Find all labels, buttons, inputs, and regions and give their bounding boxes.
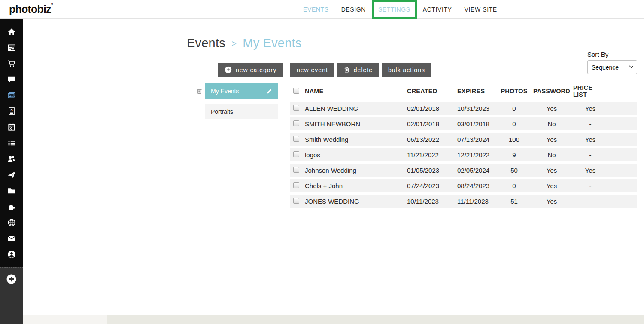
event-price-list: - xyxy=(573,182,608,190)
sidebar-item-account[interactable] xyxy=(7,250,16,259)
sidebar-item-clients[interactable] xyxy=(7,154,16,164)
col-photos: PHOTOS xyxy=(498,88,530,95)
category-item-portraits[interactable]: Portraits xyxy=(205,104,278,119)
new-category-button[interactable]: new category xyxy=(218,63,283,77)
home-icon xyxy=(7,28,16,36)
breadcrumb-events[interactable]: Events xyxy=(187,36,225,50)
event-name[interactable]: SMITH NEWBORN xyxy=(305,120,407,128)
category-item-my-events[interactable]: My Events xyxy=(205,83,278,99)
addons-icon xyxy=(7,202,16,211)
event-created: 01/05/2023 xyxy=(407,167,457,174)
event-created: 07/24/2023 xyxy=(407,182,457,190)
globe-icon xyxy=(7,218,16,227)
select-all-checkbox[interactable] xyxy=(293,88,299,94)
sidebar-item-invoice[interactable]: S xyxy=(7,107,16,116)
invoice-icon: S xyxy=(7,107,16,116)
nav-events[interactable]: EVENTS xyxy=(303,6,329,13)
sidebar-item-addons[interactable] xyxy=(7,202,16,211)
row-checkbox[interactable] xyxy=(293,136,299,142)
nav-design[interactable]: DESIGN xyxy=(341,6,366,13)
sidebar-item-list[interactable] xyxy=(7,138,16,148)
col-name: NAME xyxy=(305,88,407,95)
nav-settings-label: SETTINGS xyxy=(378,6,410,13)
brand-logo-mark: ° xyxy=(51,2,53,8)
event-password: No xyxy=(530,120,573,128)
sidebar-item-calendar[interactable] xyxy=(7,122,16,132)
event-name[interactable]: Chels + John xyxy=(305,182,407,190)
sidebar-item-send[interactable] xyxy=(7,170,16,180)
breadcrumb-my-events: My Events xyxy=(243,36,301,50)
edit-pencil-icon[interactable] xyxy=(267,88,273,94)
sort-by-label: Sort By xyxy=(587,51,637,58)
col-password: PASSWORD xyxy=(530,88,573,95)
mail-icon xyxy=(7,234,16,243)
event-expires: 03/01/2018 xyxy=(457,120,498,128)
event-name[interactable]: Smith Wedding xyxy=(305,136,407,143)
pages-icon xyxy=(7,43,16,52)
event-name[interactable]: ALLEN WEDDING xyxy=(305,105,407,112)
row-checkbox[interactable] xyxy=(293,167,299,173)
sidebar-item-chat[interactable] xyxy=(7,75,16,84)
sidebar-item-home[interactable] xyxy=(7,27,16,37)
col-created: CREATED xyxy=(407,88,457,95)
sidebar-item-mail[interactable] xyxy=(7,234,16,243)
nav-settings[interactable]: SETTINGS xyxy=(378,6,410,13)
event-password: Yes xyxy=(530,136,573,143)
photos-icon xyxy=(7,91,16,100)
new-category-label: new category xyxy=(236,67,276,73)
sort-by: Sort By Sequence xyxy=(587,51,637,74)
sidebar-add-section xyxy=(0,267,23,324)
sidebar-item-pages[interactable] xyxy=(7,43,16,52)
nav-activity[interactable]: ACTIVITY xyxy=(423,6,452,13)
sort-select[interactable]: Sequence xyxy=(587,60,637,74)
row-checkbox[interactable] xyxy=(293,151,299,157)
event-expires: 08/24/2023 xyxy=(457,182,498,190)
list-icon xyxy=(7,139,16,147)
category-trash-icon[interactable] xyxy=(196,88,203,95)
event-expires: 07/13/2024 xyxy=(457,136,498,143)
event-price-list: Yes xyxy=(573,105,608,112)
trash-icon xyxy=(343,67,350,73)
event-toolbar: new event delete bulk actions xyxy=(290,63,431,77)
row-checkbox[interactable] xyxy=(293,120,299,126)
category-label: My Events xyxy=(211,88,239,95)
col-price-list: PRICE LIST xyxy=(573,84,608,98)
event-price-list: - xyxy=(573,151,608,159)
row-checkbox[interactable] xyxy=(293,105,299,111)
brand-logo-text: photobiz xyxy=(9,3,51,15)
nav-view-site[interactable]: VIEW SITE xyxy=(465,6,497,13)
event-created: 10/11/2023 xyxy=(407,198,457,205)
event-photos: 0 xyxy=(498,105,530,112)
category-label: Portraits xyxy=(211,108,233,115)
row-checkbox[interactable] xyxy=(293,198,299,204)
category-list: My Events Portraits xyxy=(205,83,278,119)
event-password: Yes xyxy=(530,182,573,190)
event-name[interactable]: Johnson Wedding xyxy=(305,167,407,174)
event-name[interactable]: logos xyxy=(305,151,407,159)
sidebar-item-globe[interactable] xyxy=(7,218,16,227)
add-circle-icon[interactable] xyxy=(6,274,17,284)
chat-icon xyxy=(7,75,16,84)
bulk-actions-label: bulk actions xyxy=(388,67,425,73)
event-photos: 50 xyxy=(498,167,530,174)
delete-label: delete xyxy=(354,67,373,73)
event-price-list: - xyxy=(573,198,608,205)
bulk-actions-button[interactable]: bulk actions xyxy=(382,63,431,77)
sidebar-item-photos[interactable] xyxy=(7,91,16,100)
event-expires: 10/31/2023 xyxy=(457,105,498,112)
table-row: JONES WEDDING 10/11/2023 11/11/2023 51 Y… xyxy=(290,195,637,208)
sidebar-item-files[interactable] xyxy=(7,186,16,196)
files-icon xyxy=(7,186,16,195)
svg-text:S: S xyxy=(10,108,13,112)
event-name[interactable]: JONES WEDDING xyxy=(305,198,407,205)
new-event-label: new event xyxy=(297,67,328,73)
new-event-button[interactable]: new event xyxy=(290,63,334,77)
delete-button[interactable]: delete xyxy=(337,63,379,77)
event-password: Yes xyxy=(530,167,573,174)
row-checkbox[interactable] xyxy=(293,182,299,188)
event-password: No xyxy=(530,151,573,159)
brand-logo[interactable]: photobiz° xyxy=(9,3,53,15)
event-price-list: Yes xyxy=(573,167,608,174)
sidebar-item-cart[interactable] xyxy=(7,59,16,68)
event-password: Yes xyxy=(530,105,573,112)
